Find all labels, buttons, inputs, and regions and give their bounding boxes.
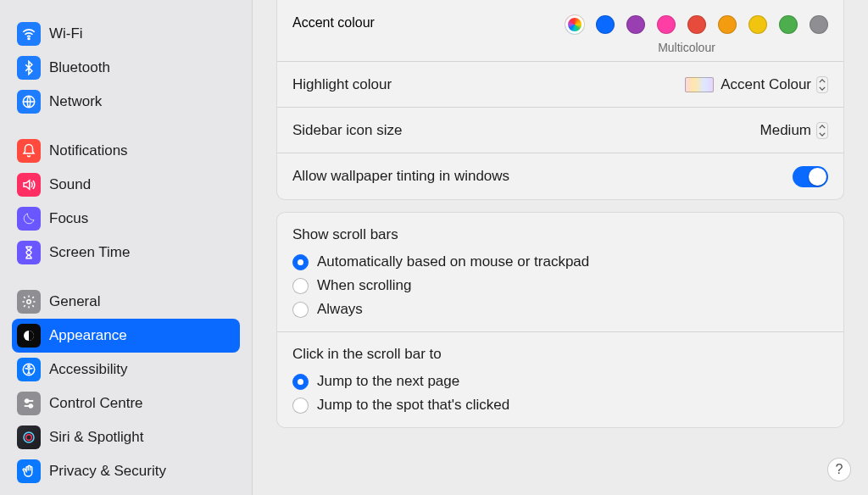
highlight-preview-icon	[685, 77, 714, 92]
radio-icon	[292, 278, 309, 294]
chevron-updown-icon	[816, 76, 828, 93]
bluetooth-icon	[17, 56, 41, 80]
svg-point-5	[28, 365, 30, 367]
sidebar-item-focus[interactable]: Focus	[12, 202, 240, 236]
radio-icon	[292, 398, 309, 414]
radio-icon	[292, 302, 309, 318]
radio-label: When scrolling	[317, 277, 412, 294]
highlight-colour-label: Highlight colour	[292, 76, 392, 93]
accent-swatch-graphite[interactable]	[810, 15, 828, 34]
sidebar-item-label: Bluetooth	[49, 59, 110, 76]
accent-swatch-blue[interactable]	[596, 15, 615, 34]
sidebar-item-wifi[interactable]: Wi-Fi	[12, 17, 240, 51]
accent-colour-label: Accent colour	[292, 15, 375, 31]
accent-swatch-red[interactable]	[687, 15, 706, 34]
svg-point-0	[28, 38, 30, 40]
accent-swatch-purple[interactable]	[626, 15, 645, 34]
appearance-pane: Accent colour Multicolour	[253, 0, 868, 495]
sidebar-item-label: Accessibility	[49, 361, 128, 378]
wallpaper-tinting-label: Allow wallpaper tinting in windows	[292, 168, 509, 185]
sidebar-item-label: Appearance	[49, 327, 127, 344]
highlight-colour-select[interactable]: Accent Colour	[685, 76, 828, 93]
sidebar-icon-size-label: Sidebar icon size	[292, 122, 402, 139]
hand-icon	[17, 459, 41, 483]
radio-icon	[292, 374, 309, 390]
sidebar-item-label: Screen Time	[49, 244, 130, 261]
click-option-spot-clicked[interactable]: Jump to the spot that's clicked	[292, 393, 828, 417]
sidebar-icon-size-select[interactable]: Medium	[760, 122, 828, 139]
svg-point-2	[27, 300, 31, 304]
sidebar-item-controlcentre[interactable]: Control Centre	[12, 387, 240, 420]
highlight-colour-row: Highlight colour Accent Colour	[277, 62, 843, 108]
wallpaper-tinting-toggle[interactable]	[793, 166, 828, 187]
svg-point-11	[26, 435, 32, 441]
accent-swatch-yellow[interactable]	[748, 15, 767, 34]
sidebar-item-sound[interactable]: Sound	[12, 168, 240, 202]
sidebar-item-label: Control Centre	[49, 395, 143, 412]
sidebar-item-accessibility[interactable]: Accessibility	[12, 353, 240, 387]
scroll-option-when-scrolling[interactable]: When scrolling	[292, 274, 828, 298]
sidebar-item-network[interactable]: Network	[12, 85, 240, 119]
scroll-option-always[interactable]: Always	[292, 298, 828, 321]
sidebar-item-label: Wi-Fi	[49, 25, 83, 42]
sliders-icon	[17, 392, 41, 415]
accessibility-icon	[17, 358, 41, 381]
show-scroll-bars-title: Show scroll bars	[292, 226, 828, 243]
sidebar-item-label: Network	[49, 93, 102, 110]
accent-swatch-green[interactable]	[779, 15, 798, 34]
accent-colour-row: Accent colour Multicolour	[277, 0, 843, 62]
speaker-icon	[17, 173, 41, 197]
sidebar-item-label: Focus	[49, 210, 88, 227]
radio-icon	[292, 254, 309, 270]
sidebar-item-general[interactable]: General	[12, 285, 240, 319]
appearance-panel-top: Accent colour Multicolour	[276, 0, 844, 200]
help-button[interactable]: ?	[827, 458, 851, 481]
chevron-updown-icon	[816, 122, 828, 139]
sidebar-item-label: Notifications	[49, 142, 128, 159]
accent-swatch-pink[interactable]	[657, 15, 676, 34]
globe-icon	[17, 90, 41, 114]
bell-icon	[17, 139, 41, 163]
moon-icon	[17, 207, 41, 231]
wallpaper-tinting-row: Allow wallpaper tinting in windows	[277, 153, 843, 199]
highlight-colour-value: Accent Colour	[721, 76, 811, 93]
sidebar-item-screentime[interactable]: Screen Time	[12, 236, 240, 270]
sidebar-item-notifications[interactable]: Notifications	[12, 134, 240, 168]
accent-swatch-multicolour[interactable]	[565, 15, 584, 34]
gear-icon	[17, 290, 41, 314]
click-scroll-bar-group: Click in the scroll bar to Jump to the n…	[277, 332, 843, 427]
accent-caption: Multicolour	[555, 41, 818, 54]
settings-window: Wi-Fi Bluetooth Network Notification	[0, 0, 868, 495]
sidebar-icon-size-value: Medium	[760, 122, 811, 139]
sidebar-item-label: General	[49, 293, 100, 310]
sidebar-item-appearance[interactable]: Appearance	[12, 319, 240, 353]
scroll-option-auto[interactable]: Automatically based on mouse or trackpad	[292, 250, 828, 274]
click-scroll-bar-title: Click in the scroll bar to	[292, 346, 828, 363]
svg-point-10	[24, 432, 34, 442]
sidebar-item-label: Siri & Spotlight	[49, 429, 144, 446]
wifi-icon	[17, 22, 41, 46]
scroll-panel: Show scroll bars Automatically based on …	[276, 212, 844, 428]
radio-label: Jump to the next page	[317, 373, 459, 390]
click-option-next-page[interactable]: Jump to the next page	[292, 370, 828, 393]
sidebar-item-siri[interactable]: Siri & Spotlight	[12, 420, 240, 454]
sidebar: Wi-Fi Bluetooth Network Notification	[0, 0, 253, 495]
siri-icon	[17, 425, 41, 449]
accent-swatches	[565, 15, 828, 34]
radio-label: Jump to the spot that's clicked	[317, 397, 509, 414]
sidebar-item-label: Privacy & Security	[49, 463, 166, 480]
accent-swatch-orange[interactable]	[718, 15, 737, 34]
sidebar-icon-size-row: Sidebar icon size Medium	[277, 108, 843, 153]
radio-label: Always	[317, 301, 363, 318]
radio-label: Automatically based on mouse or trackpad	[317, 253, 589, 270]
sidebar-item-bluetooth[interactable]: Bluetooth	[12, 51, 240, 85]
sidebar-item-label: Sound	[49, 176, 91, 193]
hourglass-icon	[17, 241, 41, 264]
appearance-icon	[17, 324, 41, 348]
sidebar-item-privacy[interactable]: Privacy & Security	[12, 454, 240, 488]
show-scroll-bars-group: Show scroll bars Automatically based on …	[277, 213, 843, 332]
